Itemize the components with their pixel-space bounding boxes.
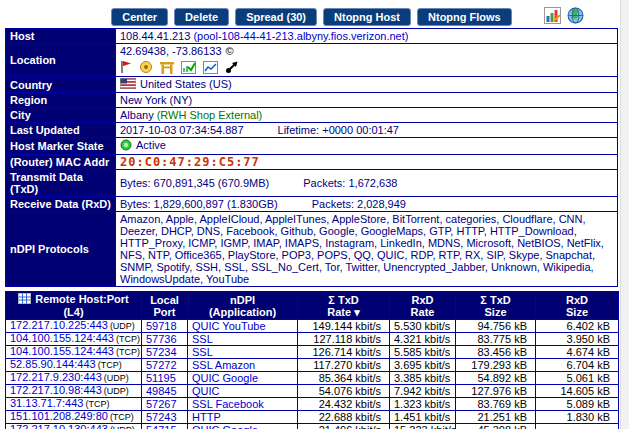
local-port-link[interactable]: 57243 [146, 411, 177, 423]
col-ndpi-application[interactable]: nDPI(Application) [188, 292, 298, 320]
local-port-link[interactable]: 57234 [146, 346, 177, 358]
rx-rate-value: 1.323 kbit/s [390, 398, 456, 411]
city-note: (RWH Shop External) [157, 109, 263, 121]
vertical-scrollbar[interactable] [620, 0, 629, 429]
local-port-link[interactable]: 49845 [146, 385, 177, 397]
col-local-port[interactable]: LocalPort [142, 292, 188, 320]
lifetime-label: Lifetime: [278, 124, 320, 136]
tx-rate-value: 54.076 kbit/s [298, 385, 390, 398]
ndpi-app-cell: SSL [188, 346, 298, 359]
host-info-table: Host 108.44.41.213 (pool-108-44-41-213.a… [5, 28, 618, 287]
remote-host-link[interactable]: 104.100.155.124:443 [10, 333, 114, 345]
remote-host-link[interactable]: 151.101.208.249:80 [10, 411, 108, 423]
ndpi-app-link[interactable]: HTTP [192, 411, 221, 423]
line-graph-icon[interactable] [203, 61, 218, 74]
ndpi-app-link[interactable]: QUIC [192, 385, 220, 397]
flow-table-body: 172.217.10.225:443(UDP) 59718 QUIC YouTu… [6, 320, 619, 429]
delete-button[interactable]: Delete [174, 8, 229, 26]
col-rxd-rate[interactable]: RxDRate [390, 292, 456, 320]
chart-edit-icon[interactable] [544, 7, 561, 24]
col-rxd-size[interactable]: RxDSize [536, 292, 619, 320]
chart-check-icon[interactable] [181, 61, 196, 74]
rxd-label: Receive Data (RxD) [6, 197, 116, 212]
tx-size-value: 83.456 kB [456, 346, 536, 359]
rx-rate-value: 15.223 kbit/s [390, 424, 456, 429]
ndpi-app-link[interactable]: QUIC Google [192, 372, 258, 384]
flow-row: 104.100.155.124:443(TCP) 57234 SSL 126.7… [6, 346, 619, 359]
col-remote-host[interactable]: Remote Host:Port (L4) [6, 292, 142, 320]
ndpi-app-link[interactable]: SSL Amazon [192, 359, 255, 371]
remote-host-link[interactable]: 172.217.9.230:443 [10, 372, 102, 384]
flag-icon[interactable] [120, 60, 132, 74]
table-grid-icon [18, 293, 31, 306]
region-label: Region [6, 93, 116, 108]
lifetime-value: +0000 00:01:47 [322, 124, 399, 136]
region-value: New York (NY) [116, 93, 618, 108]
txd-packets: Packets: 1,672,638 [303, 177, 397, 189]
ntopng-host-button[interactable]: Ntopng Host [323, 8, 411, 26]
ndpi-app-link[interactable]: QUIC Google [192, 424, 258, 429]
flow-header-row: Remote Host:Port (L4) LocalPort nDPI(App… [6, 292, 619, 320]
rx-size-value: 1.830 kB [536, 411, 619, 424]
ndpi-row: nDPI Protocols Amazon, Apple, AppleIClou… [6, 212, 618, 287]
marker-state-value: Active [136, 139, 166, 151]
location-actions [120, 59, 613, 75]
tx-rate-value: 22.688 kbit/s [298, 411, 390, 424]
local-port-cell: 57272 [142, 359, 188, 372]
location-label: Location [6, 44, 116, 77]
ndpi-app-link[interactable]: SSL Facebook [192, 398, 264, 410]
tx-rate-value: 24.432 kbit/s [298, 398, 390, 411]
remote-host-link[interactable]: 172.217.10.98:443 [10, 385, 102, 397]
remote-host-link[interactable]: 172.217.10.130:443 [10, 424, 108, 429]
city-row: City Albany (RWH Shop External) [6, 108, 618, 123]
rx-rate-value: 5.530 kbit/s [390, 320, 456, 333]
tx-size-value: 94.756 kB [456, 320, 536, 333]
local-port-link[interactable]: 51195 [146, 372, 176, 384]
ntopng-flows-button[interactable]: Ntopng Flows [417, 8, 512, 26]
globe-icon[interactable] [567, 7, 584, 24]
center-button[interactable]: Center [111, 8, 168, 26]
spread-button[interactable]: Spread (30) [235, 8, 317, 26]
tx-rate-value: 117.270 kbit/s [298, 359, 390, 372]
local-port-cell: 57267 [142, 398, 188, 411]
l4-protocol: (TCP) [116, 347, 140, 357]
remote-host-link[interactable]: 172.217.10.225:443 [10, 320, 108, 332]
mac-address: 20:C0:47:29:C5:77 [120, 155, 260, 169]
l4-protocol: (TCP) [116, 334, 140, 344]
remote-host-link[interactable]: 31.13.71.7:443 [10, 398, 83, 410]
local-port-link[interactable]: 57736 [146, 333, 177, 345]
local-port-link[interactable]: 54715 [146, 424, 177, 429]
city-name: Albany [120, 109, 154, 121]
marker-icon[interactable] [139, 60, 153, 74]
mac-label: (Router) MAC Addr [6, 155, 116, 170]
ndpi-app-link[interactable]: SSL [192, 333, 213, 345]
pin-icon[interactable] [225, 61, 238, 74]
country-label: Country [6, 77, 116, 93]
ndpi-app-link[interactable]: SSL [192, 346, 213, 358]
city-label: City [6, 108, 116, 123]
tx-size-value: 45.308 kB [456, 424, 536, 429]
location-coords: 42.69438, -73.86133 [120, 45, 222, 57]
ndpi-app-link[interactable]: QUIC YouTube [192, 320, 266, 332]
gate-icon[interactable] [160, 61, 174, 74]
ndpi-protocols: Amazon, Apple, AppleICloud, AppleITunes,… [116, 212, 618, 287]
ndpi-app-cell: QUIC [188, 385, 298, 398]
remote-host-link[interactable]: 52.85.90.144:443 [10, 359, 96, 371]
local-port-cell: 49845 [142, 385, 188, 398]
l4-protocol: (UDP) [104, 373, 129, 383]
remote-host-cell: 31.13.71.7:443(TCP) [6, 398, 142, 411]
rx-size-value: 6.402 kB [536, 320, 619, 333]
col-txd-size[interactable]: Σ TxDSize [456, 292, 536, 320]
col-txd-rate-sorted[interactable]: Σ TxDRate ▾ [298, 292, 390, 320]
rx-rate-value: 3.695 kbit/s [390, 359, 456, 372]
copyright-icon: © [226, 45, 234, 57]
local-port-link[interactable]: 57267 [146, 398, 177, 410]
remote-host-link[interactable]: 104.100.155.124:443 [10, 346, 114, 358]
host-name-link[interactable]: (pool-108-44-41-213.albyny.fios.verizon.… [193, 30, 408, 42]
host-row: Host 108.44.41.213 (pool-108-44-41-213.a… [6, 29, 618, 44]
marker-state-label: Host Marker State [6, 138, 116, 155]
local-port-link[interactable]: 59718 [146, 320, 177, 332]
local-port-link[interactable]: 57272 [146, 359, 177, 371]
tx-rate-value: 127.118 kbit/s [298, 333, 390, 346]
rx-rate-value: 7.942 kbit/s [390, 385, 456, 398]
